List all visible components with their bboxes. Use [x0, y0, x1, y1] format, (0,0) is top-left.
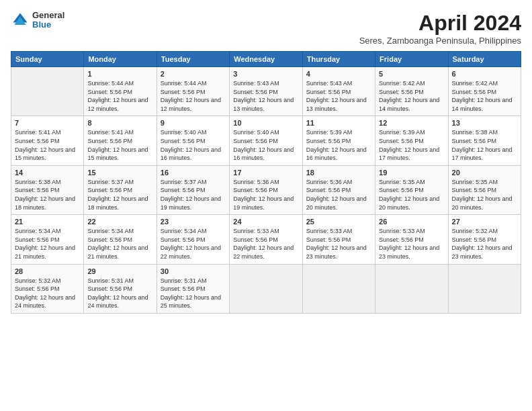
page-header: General Blue April 2024 Seres, Zamboanga…	[11, 11, 521, 46]
week-row-3: 21Sunrise: 5:34 AMSunset: 5:56 PMDayligh…	[11, 215, 521, 264]
calendar-cell	[302, 264, 375, 313]
day-number: 12	[379, 119, 444, 127]
day-number: 21	[15, 218, 80, 226]
calendar-cell: 22Sunrise: 5:34 AMSunset: 5:56 PMDayligh…	[84, 215, 157, 264]
day-detail: Sunrise: 5:42 AMSunset: 5:56 PMDaylight:…	[452, 79, 517, 113]
day-detail: Sunrise: 5:31 AMSunset: 5:56 PMDaylight:…	[161, 277, 226, 310]
calendar-cell: 27Sunrise: 5:32 AMSunset: 5:56 PMDayligh…	[448, 215, 521, 264]
calendar-cell: 8Sunrise: 5:41 AMSunset: 5:56 PMDaylight…	[84, 116, 157, 165]
title-month: April 2024	[359, 11, 521, 36]
header-tuesday: Tuesday	[157, 52, 229, 67]
day-number: 22	[87, 218, 152, 226]
day-detail: Sunrise: 5:43 AMSunset: 5:56 PMDaylight:…	[306, 79, 371, 113]
calendar-cell: 9Sunrise: 5:40 AMSunset: 5:56 PMDaylight…	[157, 116, 229, 165]
day-detail: Sunrise: 5:33 AMSunset: 5:56 PMDaylight:…	[379, 227, 444, 261]
day-number: 19	[379, 169, 444, 177]
day-detail: Sunrise: 5:41 AMSunset: 5:56 PMDaylight:…	[87, 128, 152, 162]
calendar-cell: 4Sunrise: 5:43 AMSunset: 5:56 PMDaylight…	[302, 67, 375, 116]
calendar-cell: 26Sunrise: 5:33 AMSunset: 5:56 PMDayligh…	[375, 215, 448, 264]
calendar-cell: 25Sunrise: 5:33 AMSunset: 5:56 PMDayligh…	[302, 215, 375, 264]
calendar-cell	[230, 264, 302, 313]
day-number: 5	[379, 70, 444, 78]
day-number: 11	[306, 119, 371, 127]
calendar-cell: 16Sunrise: 5:37 AMSunset: 5:56 PMDayligh…	[157, 165, 229, 214]
day-detail: Sunrise: 5:33 AMSunset: 5:56 PMDaylight:…	[233, 227, 298, 261]
calendar-cell: 30Sunrise: 5:31 AMSunset: 5:56 PMDayligh…	[157, 264, 229, 313]
day-number: 7	[15, 119, 80, 127]
day-detail: Sunrise: 5:37 AMSunset: 5:56 PMDaylight:…	[87, 178, 152, 212]
day-detail: Sunrise: 5:38 AMSunset: 5:56 PMDaylight:…	[15, 178, 80, 212]
calendar-cell	[11, 67, 84, 116]
day-detail: Sunrise: 5:39 AMSunset: 5:56 PMDaylight:…	[379, 128, 444, 162]
day-number: 16	[161, 169, 226, 177]
calendar-cell: 29Sunrise: 5:31 AMSunset: 5:56 PMDayligh…	[84, 264, 157, 313]
calendar-cell: 10Sunrise: 5:40 AMSunset: 5:56 PMDayligh…	[230, 116, 302, 165]
day-detail: Sunrise: 5:35 AMSunset: 5:56 PMDaylight:…	[452, 178, 517, 212]
header-saturday: Saturday	[448, 52, 521, 67]
logo-general: General	[32, 11, 64, 20]
day-detail: Sunrise: 5:40 AMSunset: 5:56 PMDaylight:…	[161, 128, 226, 162]
week-row-4: 28Sunrise: 5:32 AMSunset: 5:56 PMDayligh…	[11, 264, 521, 313]
day-number: 18	[306, 169, 371, 177]
day-number: 2	[161, 70, 226, 78]
day-detail: Sunrise: 5:43 AMSunset: 5:56 PMDaylight:…	[233, 79, 298, 113]
calendar-cell: 3Sunrise: 5:43 AMSunset: 5:56 PMDaylight…	[230, 67, 302, 116]
logo-text: General Blue	[32, 11, 64, 30]
calendar-cell: 15Sunrise: 5:37 AMSunset: 5:56 PMDayligh…	[84, 165, 157, 214]
calendar-cell: 19Sunrise: 5:35 AMSunset: 5:56 PMDayligh…	[375, 165, 448, 214]
day-detail: Sunrise: 5:34 AMSunset: 5:56 PMDaylight:…	[87, 227, 152, 261]
day-detail: Sunrise: 5:36 AMSunset: 5:56 PMDaylight:…	[233, 178, 298, 212]
calendar-cell: 13Sunrise: 5:38 AMSunset: 5:56 PMDayligh…	[448, 116, 521, 165]
day-number: 15	[87, 169, 152, 177]
title-location: Seres, Zamboanga Peninsula, Philippines	[359, 36, 521, 46]
calendar-cell: 18Sunrise: 5:36 AMSunset: 5:56 PMDayligh…	[302, 165, 375, 214]
calendar-cell: 6Sunrise: 5:42 AMSunset: 5:56 PMDaylight…	[448, 67, 521, 116]
day-number: 6	[452, 70, 517, 78]
logo-blue: Blue	[32, 20, 64, 30]
day-detail: Sunrise: 5:34 AMSunset: 5:56 PMDaylight:…	[161, 227, 226, 261]
calendar-cell: 2Sunrise: 5:44 AMSunset: 5:56 PMDaylight…	[157, 67, 229, 116]
day-detail: Sunrise: 5:32 AMSunset: 5:56 PMDaylight:…	[15, 277, 80, 310]
calendar-cell	[375, 264, 448, 313]
header-thursday: Thursday	[302, 52, 375, 67]
logo: General Blue	[11, 11, 64, 30]
day-detail: Sunrise: 5:35 AMSunset: 5:56 PMDaylight:…	[379, 178, 444, 212]
day-number: 30	[161, 267, 226, 275]
day-detail: Sunrise: 5:32 AMSunset: 5:56 PMDaylight:…	[452, 227, 517, 261]
day-number: 20	[452, 169, 517, 177]
day-number: 28	[15, 267, 80, 275]
day-number: 10	[233, 119, 298, 127]
calendar-cell: 17Sunrise: 5:36 AMSunset: 5:56 PMDayligh…	[230, 165, 302, 214]
day-detail: Sunrise: 5:37 AMSunset: 5:56 PMDaylight:…	[161, 178, 226, 212]
day-detail: Sunrise: 5:41 AMSunset: 5:56 PMDaylight:…	[15, 128, 80, 162]
header-monday: Monday	[84, 52, 157, 67]
day-detail: Sunrise: 5:39 AMSunset: 5:56 PMDaylight:…	[306, 128, 371, 162]
day-detail: Sunrise: 5:38 AMSunset: 5:56 PMDaylight:…	[452, 128, 517, 162]
day-detail: Sunrise: 5:33 AMSunset: 5:56 PMDaylight:…	[306, 227, 371, 261]
day-number: 14	[15, 169, 80, 177]
day-number: 27	[452, 218, 517, 226]
day-number: 4	[306, 70, 371, 78]
logo-icon	[11, 11, 30, 30]
day-detail: Sunrise: 5:42 AMSunset: 5:56 PMDaylight:…	[379, 79, 444, 113]
day-number: 17	[233, 169, 298, 177]
day-number: 25	[306, 218, 371, 226]
calendar-cell: 23Sunrise: 5:34 AMSunset: 5:56 PMDayligh…	[157, 215, 229, 264]
calendar-cell: 24Sunrise: 5:33 AMSunset: 5:56 PMDayligh…	[230, 215, 302, 264]
day-detail: Sunrise: 5:36 AMSunset: 5:56 PMDaylight:…	[306, 178, 371, 212]
day-detail: Sunrise: 5:34 AMSunset: 5:56 PMDaylight:…	[15, 227, 80, 261]
week-row-2: 14Sunrise: 5:38 AMSunset: 5:56 PMDayligh…	[11, 165, 521, 214]
day-detail: Sunrise: 5:31 AMSunset: 5:56 PMDaylight:…	[87, 277, 152, 310]
week-row-1: 7Sunrise: 5:41 AMSunset: 5:56 PMDaylight…	[11, 116, 521, 165]
day-number: 1	[87, 70, 152, 78]
header-sunday: Sunday	[11, 52, 84, 67]
header-friday: Friday	[375, 52, 448, 67]
day-number: 13	[452, 119, 517, 127]
day-detail: Sunrise: 5:40 AMSunset: 5:56 PMDaylight:…	[233, 128, 298, 162]
day-number: 23	[161, 218, 226, 226]
day-number: 8	[87, 119, 152, 127]
calendar-table: SundayMondayTuesdayWednesdayThursdayFrid…	[11, 51, 521, 314]
day-number: 29	[87, 267, 152, 275]
day-number: 9	[161, 119, 226, 127]
day-number: 24	[233, 218, 298, 226]
